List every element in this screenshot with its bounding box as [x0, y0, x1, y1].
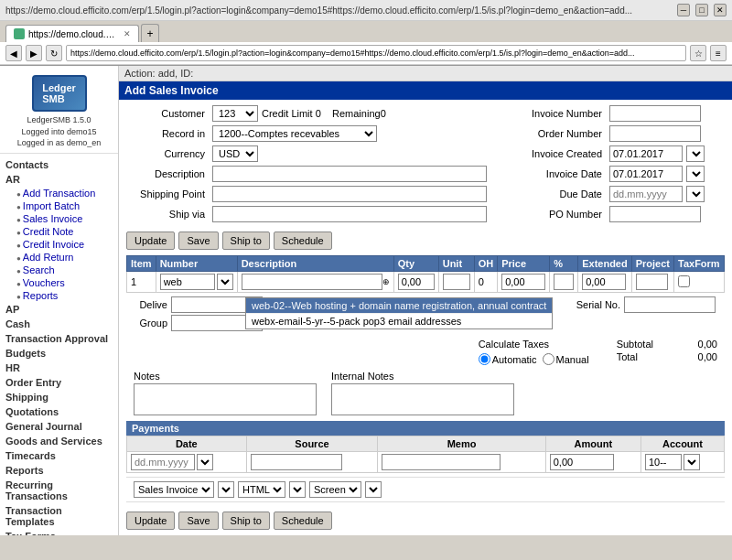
due-date-dropdown[interactable]: ▼ [686, 186, 705, 202]
payment-source-input[interactable] [251, 454, 342, 470]
sidebar-item-add-return[interactable]: ●Add Return [0, 251, 118, 264]
new-tab-button[interactable]: + [141, 24, 159, 42]
print-type-arrow[interactable]: ▼ [218, 481, 234, 498]
price-input[interactable] [501, 274, 545, 290]
sidebar-item-shipping[interactable]: Shipping [0, 390, 118, 404]
payment-amount-input[interactable] [550, 454, 614, 470]
ship-via-input[interactable] [212, 206, 487, 222]
print-type-select[interactable]: Sales Invoice [134, 481, 214, 498]
sidebar-item-recurring[interactable]: Recurring Transactions [0, 478, 118, 503]
shipping-point-input[interactable] [212, 186, 487, 202]
payment-account-input[interactable] [645, 454, 682, 470]
autocomplete-item-1[interactable]: web-02--Web hosting + domain name regist… [246, 298, 552, 313]
notes-label: Notes [134, 371, 317, 382]
sidebar-item-hr[interactable]: HR [0, 361, 118, 375]
po-number-input[interactable] [609, 206, 701, 222]
sidebar-item-order-entry[interactable]: Order Entry [0, 375, 118, 390]
sidebar-item-sales-invoice[interactable]: ●Sales Invoice [0, 212, 118, 225]
sidebar-item-vouchers[interactable]: ●Vouchers [0, 276, 118, 289]
sidebar-item-budgets[interactable]: Budgets [0, 346, 118, 361]
ship-to-button-top[interactable]: Ship to [222, 232, 270, 250]
currency-select[interactable]: USD [212, 145, 258, 162]
schedule-button-bottom[interactable]: Schedule [274, 512, 332, 530]
invoice-created-dropdown[interactable]: ▼ [686, 145, 705, 162]
main-layout: LedgerSMB LedgerSMB 1.5.0 Logged into de… [0, 66, 732, 535]
desc-expand-icon[interactable]: ⊕ [382, 277, 390, 286]
active-tab[interactable]: https://demo.cloud.efficito.c... ✕ [5, 25, 139, 42]
autocomplete-item-2[interactable]: webx-email-5-yr--5-pack pop3 email addre… [246, 313, 552, 328]
invoice-date-dropdown[interactable]: ▼ [686, 166, 705, 182]
sidebar-item-ar[interactable]: AR [0, 172, 118, 187]
menu-button[interactable]: ≡ [710, 45, 727, 61]
qty-input[interactable] [398, 274, 435, 290]
sidebar-item-credit-note[interactable]: ●Credit Note [0, 225, 118, 238]
automatic-radio[interactable] [479, 353, 490, 365]
sidebar-item-credit-invoice[interactable]: ●Credit Invoice [0, 238, 118, 251]
print-output-arrow[interactable]: ▼ [365, 481, 382, 498]
sidebar-item-goods-services[interactable]: Goods and Services [0, 434, 118, 448]
tax-checkbox[interactable] [678, 275, 690, 287]
update-button-bottom[interactable]: Update [126, 512, 175, 530]
col-header-price: Price [498, 256, 550, 272]
col-header-qty: Qty [393, 256, 438, 272]
payment-account-dropdown[interactable]: ▼ [684, 454, 700, 470]
payment-memo-input[interactable] [382, 454, 501, 470]
record-in-select[interactable]: 1200--Comptes recevables [212, 125, 377, 142]
close-button[interactable]: ✕ [714, 4, 727, 16]
bookmark-button[interactable]: ☆ [690, 45, 706, 61]
sidebar-item-cash[interactable]: Cash [0, 317, 118, 331]
sidebar-item-import-batch[interactable]: ●Import Batch [0, 199, 118, 212]
sidebar-item-ap[interactable]: AP [0, 302, 118, 317]
notes-textarea[interactable] [134, 383, 317, 415]
print-format-arrow[interactable]: ▼ [289, 481, 306, 498]
sidebar-item-contacts[interactable]: Contacts [0, 157, 118, 172]
url-bar[interactable] [66, 45, 686, 61]
schedule-button-top[interactable]: Schedule [274, 232, 332, 250]
payments-row: ▼ [127, 452, 725, 473]
sidebar-item-general-journal[interactable]: General Journal [0, 419, 118, 434]
back-button[interactable]: ◀ [5, 45, 22, 61]
maximize-button[interactable]: □ [695, 4, 708, 16]
payment-date-dropdown[interactable]: ▼ [197, 454, 213, 470]
unit-input[interactable] [443, 274, 470, 290]
manual-radio[interactable] [543, 353, 554, 365]
pct-input[interactable] [554, 274, 574, 290]
sidebar-item-reports-ar[interactable]: ●Reports [0, 289, 118, 302]
sidebar-item-add-transaction[interactable]: ●Add Transaction [0, 187, 118, 199]
order-number-input[interactable] [609, 125, 701, 142]
ship-to-button-bottom[interactable]: Ship to [222, 512, 270, 530]
currency-label: Currency [126, 148, 209, 159]
minimize-button[interactable]: ─ [677, 4, 690, 16]
payment-date-input[interactable] [131, 454, 195, 470]
part-number-input[interactable] [160, 274, 215, 290]
sidebar-item-transaction-approval[interactable]: Transaction Approval [0, 331, 118, 346]
internal-notes-textarea[interactable] [331, 383, 514, 415]
sidebar-item-timecards[interactable]: Timecards [0, 448, 118, 463]
sidebar-item-reports[interactable]: Reports [0, 463, 118, 478]
invoice-date-input[interactable] [609, 166, 683, 182]
update-button-top[interactable]: Update [126, 232, 175, 250]
save-button-bottom[interactable]: Save [178, 512, 218, 530]
forward-button[interactable]: ▶ [26, 45, 42, 61]
record-in-row: Record in 1200--Comptes recevables [126, 125, 487, 142]
part-number-dropdown[interactable]: ▼ [217, 274, 233, 290]
sidebar-item-tax-forms[interactable]: Tax Forms [0, 529, 118, 535]
serial-input[interactable] [624, 296, 716, 313]
tab-close-button[interactable]: ✕ [124, 29, 131, 38]
part-desc-input[interactable] [242, 274, 382, 290]
print-format-select[interactable]: HTML [238, 481, 285, 498]
sidebar-item-search[interactable]: ●Search [0, 264, 118, 276]
sidebar-item-quotations[interactable]: Quotations [0, 404, 118, 419]
reload-button[interactable]: ↻ [46, 45, 62, 61]
invoice-number-input[interactable] [609, 105, 701, 122]
notes-col: Notes [134, 371, 317, 417]
invoice-created-input[interactable] [609, 145, 683, 162]
save-button-top[interactable]: Save [178, 232, 218, 250]
proj-input[interactable] [636, 274, 668, 290]
sidebar-item-templates[interactable]: Transaction Templates [0, 503, 118, 529]
description-input[interactable] [212, 166, 487, 182]
customer-select[interactable]: 123 [212, 105, 258, 122]
ext-input[interactable] [582, 274, 626, 290]
due-date-input[interactable] [609, 186, 683, 202]
print-output-select[interactable]: Screen [309, 481, 361, 498]
